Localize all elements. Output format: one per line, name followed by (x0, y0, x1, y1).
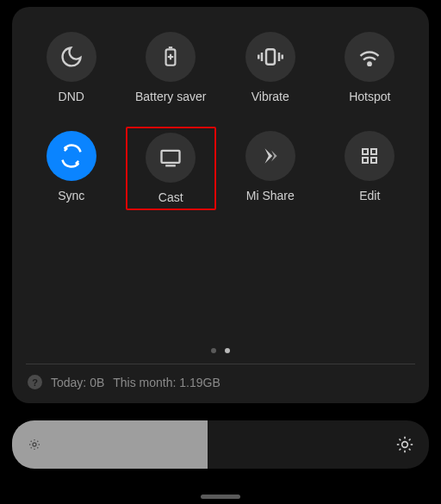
svg-rect-14 (363, 158, 368, 163)
usage-today: Today: 0B (51, 376, 104, 389)
tile-label-battery-saver: Battery saver (135, 90, 206, 103)
tile-label-cast: Cast (158, 190, 183, 204)
page-dot-0[interactable] (211, 348, 216, 353)
tile-label-edit: Edit (359, 189, 380, 202)
svg-line-33 (409, 439, 411, 441)
svg-line-24 (37, 441, 38, 442)
data-usage-row[interactable]: ? Today: 0B This month: 1.19GB (26, 373, 415, 391)
mishare-icon (245, 131, 295, 181)
svg-rect-15 (371, 158, 376, 163)
tile-label-hotspot: Hotspot (349, 90, 390, 103)
tile-label-vibrate: Vibrate (252, 90, 289, 103)
svg-point-16 (33, 443, 36, 446)
svg-line-32 (400, 449, 401, 451)
tile-hotspot[interactable]: Hotspot (325, 28, 416, 108)
usage-month: This month: 1.19GB (113, 376, 220, 389)
tile-dnd[interactable]: DND (26, 28, 117, 108)
tile-label-dnd: DND (59, 90, 84, 103)
cast-icon (146, 133, 196, 183)
quick-settings-panel: DNDBattery saverVibrateHotspotSyncCastMi… (12, 7, 429, 403)
svg-point-9 (369, 62, 372, 65)
hotspot-icon (345, 32, 394, 82)
grid-icon (345, 131, 394, 181)
pagination (26, 339, 415, 360)
tile-label-sync: Sync (58, 189, 84, 202)
svg-line-22 (37, 447, 38, 448)
tile-sync[interactable]: Sync (26, 127, 117, 210)
tile-vibrate[interactable]: Vibrate (225, 28, 316, 108)
brightness-fill (12, 420, 208, 469)
svg-line-31 (409, 449, 411, 451)
divider (26, 364, 415, 364)
svg-line-21 (31, 441, 32, 442)
svg-rect-12 (363, 149, 368, 154)
battery-plus-icon (146, 32, 196, 82)
svg-rect-10 (162, 151, 180, 163)
tile-label-mi-share: Mi Share (246, 189, 295, 202)
brightness-low-icon (28, 438, 41, 451)
tile-cast[interactable]: Cast (126, 127, 217, 210)
brightness-slider[interactable] (12, 420, 429, 469)
brightness-high-icon (396, 436, 429, 453)
tile-mi-share[interactable]: Mi Share (225, 127, 316, 210)
tiles-grid: DNDBattery saverVibrateHotspotSyncCastMi… (26, 28, 415, 210)
tile-edit[interactable]: Edit (325, 127, 416, 210)
moon-icon (47, 32, 96, 82)
svg-rect-4 (266, 49, 275, 65)
page-dot-1[interactable] (225, 348, 230, 353)
vibrate-icon (245, 32, 295, 82)
svg-rect-13 (371, 149, 376, 154)
svg-line-23 (31, 447, 32, 448)
svg-point-25 (402, 442, 408, 448)
tile-battery-saver[interactable]: Battery saver (126, 28, 217, 108)
nav-handle[interactable] (201, 495, 240, 499)
info-icon: ? (28, 375, 42, 389)
svg-line-30 (400, 439, 401, 441)
sync-icon (47, 131, 96, 181)
